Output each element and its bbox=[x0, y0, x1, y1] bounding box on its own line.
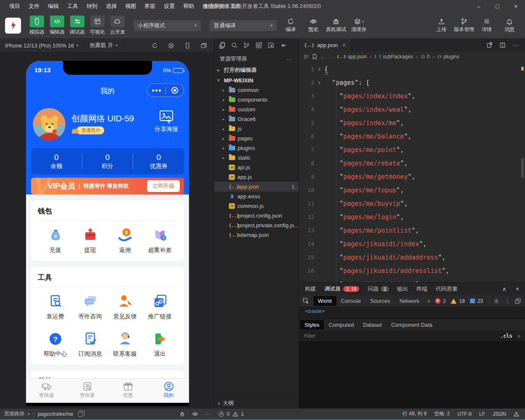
split-editor-icon[interactable] bbox=[499, 42, 506, 48]
scrollbar-thumb[interactable] bbox=[521, 158, 524, 178]
code-line[interactable]: 3 "pages/index/index", bbox=[299, 89, 525, 103]
more-actions-icon[interactable]: ··· bbox=[205, 411, 210, 417]
tree-item[interactable]: {..}app.json1 bbox=[214, 182, 299, 192]
tab-search-doc[interactable]: 查快递 bbox=[67, 379, 108, 403]
devtools-tab[interactable]: Sources bbox=[365, 296, 395, 306]
tree-item[interactable]: ▸pages bbox=[214, 134, 299, 143]
menu-item[interactable]: 帮助 bbox=[179, 0, 198, 13]
undock-icon[interactable] bbox=[515, 298, 521, 304]
menu-item[interactable]: 选择 bbox=[102, 0, 121, 13]
maximize-button[interactable]: □ bbox=[488, 0, 507, 13]
menu-item[interactable]: 项目 bbox=[5, 0, 24, 13]
toolbar-action-menu[interactable]: 详情 bbox=[475, 18, 498, 33]
mode-dropdown[interactable]: 小程序模式 ▾ bbox=[134, 20, 201, 31]
tab-user[interactable]: 我的 bbox=[148, 379, 189, 403]
multi-window-icon[interactable] bbox=[201, 42, 207, 49]
tree-item[interactable]: JSapi.js bbox=[214, 163, 299, 172]
toolbar-action-bell[interactable]: 消息 bbox=[498, 18, 521, 33]
search-icon[interactable] bbox=[231, 42, 238, 49]
code-line[interactable]: 11 "pages/me/buyvip", bbox=[299, 197, 525, 210]
gear-icon[interactable] bbox=[494, 298, 499, 304]
tree-item[interactable]: ▸common bbox=[214, 85, 299, 95]
code-line[interactable]: 14 "pages/jikuaidi/index", bbox=[299, 237, 525, 251]
code-line[interactable]: 10 "pages/me/topup", bbox=[299, 184, 525, 197]
code-line[interactable]: 7 "pages/me/point", bbox=[299, 143, 525, 157]
more-tabs-icon[interactable]: » bbox=[424, 298, 434, 304]
hot-reload-toggle[interactable]: 热重载 开 ▾ bbox=[84, 39, 124, 52]
code-line[interactable]: 6 "pages/me/balance", bbox=[299, 130, 525, 143]
withdraw-item[interactable]: 提现 bbox=[73, 227, 108, 254]
code-line[interactable]: 8 "pages/me/rebate", bbox=[299, 157, 525, 170]
user-level-badge[interactable]: 普通用户 bbox=[71, 126, 104, 134]
code-line[interactable]: 15 "pages/jikuaidi/addaddress", bbox=[299, 251, 525, 264]
tab-truck[interactable]: 寄快递 bbox=[26, 379, 67, 403]
breadcrumb-item[interactable]: {}0 bbox=[420, 54, 430, 60]
moneybag-item[interactable]: ¥充值 bbox=[38, 227, 73, 254]
tree-item[interactable]: ▸static bbox=[214, 153, 299, 163]
freight-item[interactable]: 查运费 bbox=[38, 293, 73, 320]
feedback-item[interactable]: 意见反馈 bbox=[108, 293, 142, 320]
menu-item[interactable]: 设置 bbox=[160, 0, 179, 13]
vip-banner[interactable]: V VIP会员 | 特惠寄件 尊贵特权 立即升级 bbox=[31, 178, 184, 194]
devtools-tab[interactable]: Wxml bbox=[313, 296, 336, 306]
device-frame-icon[interactable] bbox=[184, 42, 191, 49]
debug-tab[interactable]: 构建 bbox=[305, 285, 316, 293]
toolbar-toggle-layout[interactable]: 可视化 bbox=[87, 16, 108, 36]
eol-setting[interactable]: LF bbox=[479, 411, 485, 417]
debug-tab[interactable]: 代码质量 bbox=[436, 285, 458, 293]
code-line[interactable]: 1∨{ bbox=[299, 63, 525, 76]
tree-item[interactable]: {..}project.private.config.js... bbox=[214, 220, 299, 230]
avatar[interactable] bbox=[33, 108, 66, 141]
debug-tab[interactable]: 调试器2, 18 bbox=[324, 285, 359, 293]
source-control-icon[interactable] bbox=[243, 42, 250, 49]
tree-item[interactable]: JSapp.js bbox=[214, 172, 299, 182]
open-changes-icon[interactable] bbox=[486, 42, 493, 48]
cursor-position[interactable]: 行 49, 列 9 bbox=[402, 410, 426, 417]
menu-item[interactable]: 界面 bbox=[140, 0, 160, 13]
kebab-menu-icon[interactable]: ⋮ bbox=[504, 298, 510, 304]
toolbar-toggle-code[interactable]: 编辑器 bbox=[47, 16, 67, 36]
toolbar-action-refresh[interactable]: 编译 bbox=[279, 18, 302, 33]
devtools-tab[interactable]: Console bbox=[336, 296, 366, 306]
toolbar-action-branch[interactable]: 版本管理 bbox=[453, 18, 475, 33]
outline-section[interactable]: ▸ 大纲 bbox=[214, 397, 299, 408]
tab-gift[interactable]: 优惠 bbox=[108, 379, 148, 403]
service-item[interactable]: 联系客服 bbox=[108, 331, 142, 358]
styles-tab[interactable]: Component Data bbox=[386, 320, 437, 330]
filter-input[interactable] bbox=[299, 333, 500, 339]
consult-item[interactable]: 寄件咨询 bbox=[73, 293, 108, 320]
menu-item[interactable]: 工具 bbox=[63, 0, 82, 13]
breadcrumb-item[interactable]: {}plugins bbox=[437, 54, 459, 60]
code-line[interactable]: 16 "pages/jikuaidi/addresslist", bbox=[299, 264, 525, 278]
page-path-value[interactable]: pages/index/me bbox=[38, 411, 74, 417]
extensions-icon[interactable] bbox=[255, 42, 262, 49]
project-root[interactable]: ▾ MP-WEIXIN bbox=[214, 75, 299, 85]
tree-item[interactable]: JScommon.js bbox=[214, 201, 299, 211]
toolbar-toggle-cloud[interactable]: 云开发 bbox=[108, 16, 128, 36]
debug-tab[interactable]: 终端 bbox=[417, 285, 428, 293]
rebate-item[interactable]: ¥返佣 bbox=[108, 227, 142, 254]
forward-icon[interactable]: → bbox=[328, 54, 334, 60]
toolbar-action-upload[interactable]: 上传 bbox=[430, 18, 453, 33]
indent-setting[interactable]: 空格: 2 bbox=[434, 410, 450, 417]
share-poster-button[interactable]: 分享海报 bbox=[151, 110, 181, 133]
tree-item[interactable]: {..}sitemap.json bbox=[214, 230, 299, 240]
open-editors-section[interactable]: ▸ 打开的编辑器 bbox=[214, 65, 299, 75]
tree-item[interactable]: ∃app.wxss bbox=[214, 192, 299, 201]
close-tab-icon[interactable]: × bbox=[342, 42, 346, 48]
styles-tab[interactable]: Dataset bbox=[358, 320, 386, 330]
tree-item[interactable]: ▸components bbox=[214, 95, 299, 105]
new-style-rule-button[interactable]: + bbox=[517, 333, 521, 339]
more-actions-icon[interactable]: ··· bbox=[286, 56, 293, 62]
code-line[interactable]: 9 "pages/me/getmoney", bbox=[299, 170, 525, 184]
subscribe-item[interactable]: 订阅消息 bbox=[73, 331, 108, 358]
record-icon[interactable] bbox=[168, 42, 174, 49]
teapot-icon[interactable] bbox=[280, 42, 286, 49]
code-line[interactable]: 4 "pages/index/weal", bbox=[299, 103, 525, 116]
window-panel-icon[interactable] bbox=[268, 42, 274, 49]
compile-mode-dropdown[interactable]: 普通编译 ▾ bbox=[210, 20, 277, 31]
toolbar-action-layers[interactable]: ▾清缓存 bbox=[347, 18, 370, 33]
stat-0[interactable]: 0余额 bbox=[31, 153, 82, 170]
code-line[interactable]: 5 "pages/index/me", bbox=[299, 116, 525, 130]
tree-item[interactable]: {..}project.config.json bbox=[214, 211, 299, 220]
